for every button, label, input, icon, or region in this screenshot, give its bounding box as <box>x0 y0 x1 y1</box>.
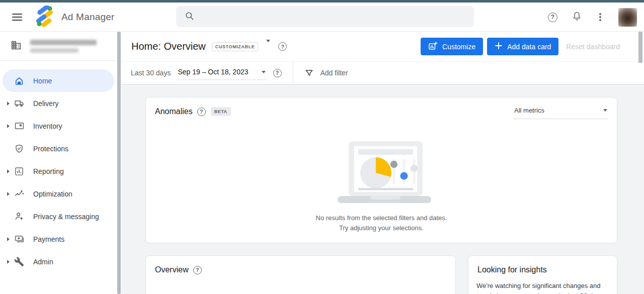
date-range-value: Sep 19 – Oct 18, 2023 <box>178 68 248 76</box>
insights-body: We're watching for significant changes a… <box>476 281 609 294</box>
home-icon <box>14 75 25 86</box>
search-input[interactable] <box>176 6 474 27</box>
page-title: Home: Overview <box>131 41 206 52</box>
sidebar-item-protections[interactable]: Protections <box>3 137 114 160</box>
beta-badge: BETA <box>211 107 231 116</box>
sidebar-item-label: Admin <box>33 258 53 266</box>
anomalies-card: Anomalies BETA All metrics <box>145 97 617 243</box>
date-range-label: Last 30 days <box>131 69 171 77</box>
reporting-chart-icon <box>14 166 25 177</box>
overview-card: Overview <box>145 255 456 294</box>
divider <box>293 61 293 84</box>
expand-caret-icon[interactable] <box>7 102 10 106</box>
dashboard-dropdown-caret-icon[interactable] <box>266 42 270 51</box>
notifications-icon[interactable] <box>572 11 582 24</box>
date-help-icon[interactable] <box>273 69 282 77</box>
empty-state-laptop-illustration <box>329 140 434 207</box>
sidebar-item-label: Inventory <box>33 122 62 130</box>
delivery-truck-icon <box>14 98 25 109</box>
sidebar-item-payments[interactable]: Payments <box>3 228 114 250</box>
add-filter-button[interactable]: Add filter <box>320 69 348 77</box>
account-name-redacted <box>30 40 97 45</box>
sidebar-item-home[interactable]: Home <box>3 69 114 92</box>
all-metrics-value: All metrics <box>514 107 544 114</box>
customize-label: Customize <box>442 43 475 51</box>
sidebar-item-privacy-messaging[interactable]: Privacy & messaging <box>3 205 114 228</box>
customize-button[interactable]: Customize <box>421 38 483 55</box>
customize-chart-icon <box>428 41 438 52</box>
avatar[interactable] <box>618 8 637 27</box>
dashboard-content: Anomalies BETA All metrics <box>121 84 644 294</box>
sidebar-item-label: Protections <box>33 145 68 153</box>
date-range-picker[interactable]: Sep 19 – Oct 18, 2023 <box>177 66 266 80</box>
admin-wrench-icon <box>14 256 25 267</box>
metrics-caret-icon <box>603 109 607 112</box>
shield-check-icon <box>14 143 25 154</box>
date-caret-icon <box>262 71 266 73</box>
reset-dashboard-button[interactable]: Reset dashboard <box>566 43 620 51</box>
sidebar-item-delivery[interactable]: Delivery <box>3 92 114 115</box>
main-content: Home: Overview CUSTOMIZABLE Customize <box>121 32 644 294</box>
customizable-badge: CUSTOMIZABLE <box>212 42 259 51</box>
sidebar-item-label: Payments <box>33 235 64 243</box>
expand-caret-icon[interactable] <box>7 169 10 173</box>
account-id-redacted <box>30 48 78 53</box>
expand-caret-icon[interactable] <box>7 124 10 128</box>
empty-state-message: No results from the selected filters and… <box>316 213 447 233</box>
app-bar: Ad Manager <box>0 3 644 32</box>
help-icon[interactable] <box>548 13 557 22</box>
filter-bar: Last 30 days Sep 19 – Oct 18, 2023 Add f… <box>121 61 644 84</box>
sidebar-scrollbar[interactable] <box>117 32 121 294</box>
sidebar-item-label: Delivery <box>33 100 59 108</box>
inventory-icon <box>14 121 25 132</box>
ad-manager-logo-icon <box>35 6 54 29</box>
payments-icon <box>14 234 25 245</box>
optimization-icon <box>14 188 25 200</box>
sidebar-item-label: Reporting <box>33 167 64 175</box>
anomalies-help-icon[interactable] <box>197 108 206 116</box>
expand-caret-icon[interactable] <box>7 260 10 264</box>
sidebar-item-label: Privacy & messaging <box>33 213 99 221</box>
add-data-card-label: Add data card <box>507 43 551 51</box>
more-options-icon[interactable] <box>599 16 601 18</box>
privacy-user-icon <box>14 211 25 222</box>
account-switcher[interactable] <box>0 32 121 61</box>
plus-icon <box>495 42 503 51</box>
all-metrics-dropdown[interactable]: All metrics <box>513 107 608 119</box>
sidebar-item-reporting[interactable]: Reporting <box>3 160 114 182</box>
overview-help-icon[interactable] <box>193 266 202 274</box>
sidebar: Home Delivery <box>0 32 121 294</box>
filter-funnel-icon[interactable] <box>304 68 314 78</box>
brand[interactable]: Ad Manager <box>35 6 115 29</box>
expand-caret-icon[interactable] <box>7 237 10 241</box>
sidebar-item-label: Optimization <box>33 190 72 198</box>
sidebar-item-label: Home <box>33 77 52 85</box>
main-scrollbar[interactable] <box>638 32 642 63</box>
anomalies-title: Anomalies <box>155 107 193 116</box>
menu-icon[interactable] <box>12 14 22 21</box>
insights-title: Looking for insights <box>477 265 547 274</box>
add-data-card-button[interactable]: Add data card <box>487 38 558 55</box>
empty-state-line2: Try adjusting your selections. <box>316 223 447 233</box>
sidebar-item-admin[interactable]: Admin <box>3 250 114 273</box>
sidebar-item-optimization[interactable]: Optimization <box>3 182 114 205</box>
sidebar-item-inventory[interactable]: Inventory <box>3 115 114 137</box>
sidebar-nav: Home Delivery <box>0 61 121 273</box>
page-header: Home: Overview CUSTOMIZABLE Customize <box>121 32 644 61</box>
expand-caret-icon[interactable] <box>7 192 10 196</box>
page-help-icon[interactable] <box>278 42 287 51</box>
overview-title: Overview <box>155 265 189 274</box>
brand-name: Ad Manager <box>61 12 115 23</box>
search-icon <box>185 11 194 23</box>
insights-card: Looking for insights We're watching for … <box>468 255 617 294</box>
organization-icon <box>11 40 22 53</box>
empty-state-line1: No results from the selected filters and… <box>316 213 447 223</box>
